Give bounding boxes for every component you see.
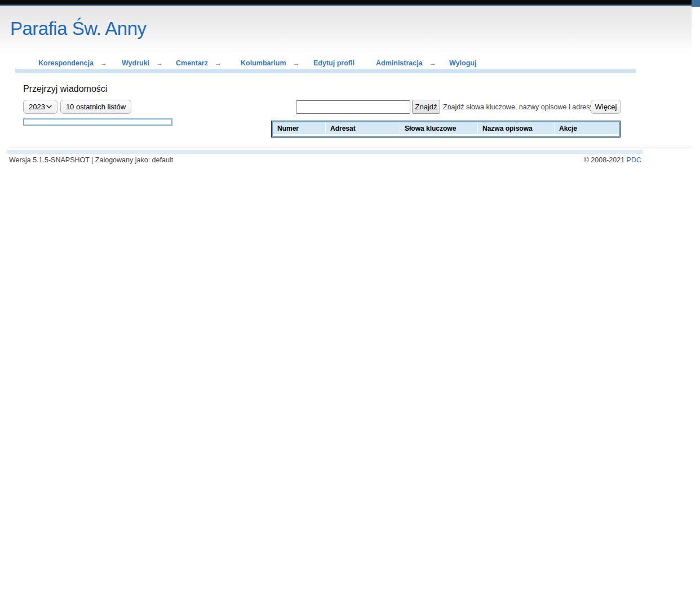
page: Parafia Św. Anny Korespondencja → Wydruk…: [0, 0, 700, 594]
year-select-value: 2023: [29, 103, 45, 111]
submenu-arrow-icon: →: [293, 59, 300, 67]
nav-item-edytuj-profil[interactable]: Edytuj profil: [313, 59, 355, 67]
nav-underline-bar: [15, 69, 636, 73]
copyright: © 2008-2021 PDC: [534, 156, 641, 164]
column-header-akcje: Akcje: [555, 122, 619, 134]
footer-blue-bar: [7, 150, 643, 154]
nav-group-edytuj-profil: Edytuj profil: [313, 59, 355, 67]
nav-item-cmentarz[interactable]: Cmentarz: [176, 59, 208, 67]
submenu-arrow-icon: →: [100, 59, 107, 67]
nav-item-administracja[interactable]: Administracja: [376, 59, 423, 67]
nav-item-kolumbarium[interactable]: Kolumbarium: [241, 59, 286, 67]
scrollbar-thumb[interactable]: [692, 0, 700, 7]
footer-divider: [9, 148, 692, 148]
messages-table-inner: Numer Adresat Słowa kluczowe Nazwa opiso…: [272, 121, 620, 137]
column-header-adresat: Adresat: [326, 122, 400, 134]
top-black-bar: [0, 0, 692, 6]
submenu-arrow-icon: →: [429, 59, 436, 67]
recent-letters-button[interactable]: 10 ostatnich listów: [60, 100, 131, 114]
nav-group-kolumbarium: Kolumbarium →: [241, 59, 300, 67]
copyright-link[interactable]: PDC: [627, 156, 641, 164]
filter-input[interactable]: [23, 118, 172, 126]
column-header-nazwa-opisowa: Nazwa opisowa: [478, 122, 555, 134]
version-text: Wersja 5.1.5-SNAPSHOT | Zalogowany jako:…: [9, 156, 173, 164]
nav-group-administracja: Administracja →: [376, 59, 436, 67]
find-button[interactable]: Znajdź: [412, 100, 440, 114]
app-title: Parafia Św. Anny: [10, 18, 146, 39]
nav-item-wydruki[interactable]: Wydruki: [122, 59, 149, 67]
column-header-slowa-kluczowe: Słowa kluczowe: [400, 122, 478, 134]
main-navigation: Korespondencja → Wydruki → Cmentarz → Ko…: [0, 56, 692, 74]
nav-group-wydruki: Wydruki →: [122, 59, 163, 67]
search-hint: Znajdź słowa kluczowe, nazwy opisowe i a…: [443, 100, 593, 114]
nav-item-korespondencja[interactable]: Korespondencja: [38, 59, 94, 67]
column-header-numer: Numer: [273, 122, 326, 134]
chevron-down-icon: [46, 105, 52, 109]
more-button[interactable]: Więcej: [591, 100, 621, 114]
page-title: Przejrzyj wiadomości: [23, 84, 107, 94]
copyright-text: © 2008-2021: [584, 156, 627, 164]
year-select[interactable]: 2023: [23, 100, 57, 114]
nav-item-wyloguj[interactable]: Wyloguj: [449, 59, 476, 67]
nav-group-korespondencja: Korespondencja →: [38, 59, 107, 67]
nav-group-cmentarz: Cmentarz →: [176, 59, 221, 67]
nav-group-wyloguj: Wyloguj: [449, 59, 476, 67]
submenu-arrow-icon: →: [215, 59, 221, 67]
submenu-arrow-icon: →: [156, 59, 163, 67]
table-header-row: Numer Adresat Słowa kluczowe Nazwa opiso…: [273, 122, 619, 134]
messages-table: Numer Adresat Słowa kluczowe Nazwa opiso…: [271, 121, 621, 138]
search-input[interactable]: [296, 100, 410, 114]
page-header: Parafia Św. Anny: [0, 6, 692, 57]
